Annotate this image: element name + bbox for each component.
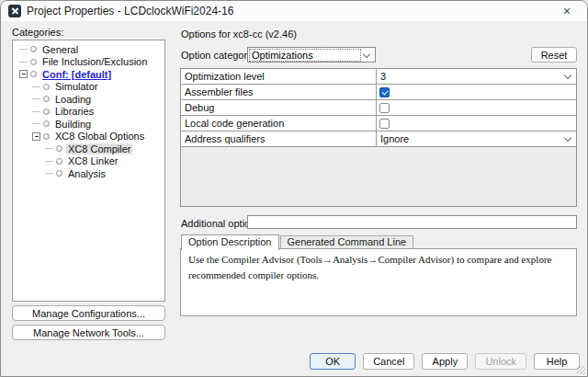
category-bullet-icon (43, 133, 50, 140)
tree-item-label: XC8 Compiler (66, 143, 132, 154)
tree-connector (45, 148, 53, 149)
tree-connector (32, 98, 40, 99)
check-icon (382, 88, 389, 95)
tree-item-xc8-global-options[interactable]: XC8 Global Options (13, 131, 164, 143)
chevron-down-icon (363, 50, 370, 57)
select-value: 3 (380, 71, 561, 82)
category-bullet-icon (56, 170, 62, 177)
tree-item-label: General (40, 44, 80, 55)
tree-connector (45, 161, 53, 162)
chevron-down-icon (564, 134, 571, 142)
option-label: Optimization level (181, 69, 376, 84)
options-table: Optimization level3Assembler filesDebugL… (180, 68, 577, 207)
tree-item-label: Building (53, 119, 93, 130)
categories-label: Categories: (12, 27, 63, 38)
debug-checkbox[interactable] (379, 103, 390, 113)
additional-options-input[interactable] (247, 215, 577, 229)
chevron-down-icon (564, 72, 571, 79)
option-categories-value: Optimizations (250, 50, 360, 61)
manage-network-tools-button[interactable]: Manage Network Tools... (12, 325, 165, 340)
category-bullet-icon (43, 84, 50, 90)
titlebar[interactable]: Project Properties - LCDclockWiFi2024-16… (1, 1, 587, 21)
tabs: Option DescriptionGenerated Command Line (181, 234, 576, 249)
option-label: Address qualifiers (181, 131, 376, 146)
local-code-generation-checkbox[interactable] (379, 119, 390, 129)
option-value-cell: 3 (376, 69, 576, 84)
collapse-toggle-icon[interactable] (32, 132, 40, 141)
option-label: Assembler files (181, 85, 376, 99)
tree-item-analysis[interactable]: Analysis (13, 167, 164, 180)
cancel-button[interactable]: Cancel (363, 353, 414, 370)
tree-item-conf-default[interactable]: Conf: [default] (13, 68, 164, 81)
option-value-cell (376, 100, 576, 115)
category-bullet-icon (56, 158, 62, 165)
tree-item-label: XC8 Global Options (53, 131, 146, 142)
category-bullet-icon (30, 46, 37, 52)
category-bullet-icon (43, 96, 50, 102)
unlock-button[interactable]: Unlock (475, 353, 526, 370)
assembler-files-checkbox[interactable] (379, 87, 390, 97)
project-properties-dialog: Project Properties - LCDclockWiFi2024-16… (0, 0, 588, 377)
tree-item-label: XC8 Linker (66, 155, 119, 166)
tree-connector (32, 86, 40, 87)
tree-item-label: Conf: [default] (40, 69, 113, 80)
tab-option-description[interactable]: Option Description (181, 234, 279, 250)
tree-connector (45, 173, 53, 174)
tree-connector (32, 111, 40, 112)
option-row-assembler-files: Assembler files (181, 85, 576, 100)
category-bullet-icon (56, 145, 62, 152)
reset-button[interactable]: Reset (531, 47, 577, 63)
tree-connector (19, 49, 28, 50)
tree-item-label: Simulator (53, 81, 99, 92)
close-button[interactable]: × (547, 1, 587, 21)
category-bullet-icon (30, 71, 37, 77)
resize-grip[interactable] (577, 366, 585, 374)
option-value-cell (376, 116, 576, 131)
option-label: Debug (181, 100, 376, 115)
collapse-toggle-icon[interactable] (19, 70, 28, 78)
tree-item-xc8-linker[interactable]: XC8 Linker (13, 155, 164, 168)
tree-item-file-inclusion-exclusion[interactable]: File Inclusion/Exclusion (13, 56, 164, 69)
tree-item-general[interactable]: General (13, 43, 164, 56)
category-bullet-icon (30, 59, 37, 65)
tree-connector (32, 123, 40, 124)
tree-item-label: Libraries (53, 106, 96, 117)
ok-button[interactable]: OK (310, 353, 356, 370)
option-label: Local code generation (181, 116, 376, 131)
tree-item-label: Loading (53, 94, 93, 105)
tree-item-loading[interactable]: Loading (13, 93, 164, 106)
option-row-local-code-generation: Local code generation (181, 116, 576, 131)
tree-item-building[interactable]: Building (13, 118, 164, 131)
option-value-cell (376, 85, 576, 99)
tree-item-libraries[interactable]: Libraries (13, 106, 164, 119)
close-icon: × (563, 5, 571, 17)
category-bullet-icon (43, 120, 50, 127)
select-value: Ignore (380, 133, 561, 144)
tree-item-label: File Inclusion/Exclusion (40, 56, 149, 67)
categories-tree: GeneralFile Inclusion/ExclusionConf: [de… (12, 40, 165, 302)
option-description-text: Use the Compiler Advisor (Tools→Analysis… (188, 252, 569, 283)
address-qualifiers-select[interactable]: Ignore (377, 131, 576, 146)
help-button[interactable]: Help (534, 353, 580, 370)
mplab-app-icon (8, 5, 21, 17)
tree-connector (19, 62, 28, 63)
manage-configurations-button[interactable]: Manage Configurations... (12, 305, 165, 321)
category-bullet-icon (43, 109, 50, 115)
tree-item-xc8-compiler[interactable]: XC8 Compiler (13, 143, 164, 155)
option-categories-select[interactable]: Optimizations (247, 47, 376, 63)
option-value-cell: Ignore (376, 131, 576, 146)
options-header: Options for xc8-cc (v2.46) (181, 29, 297, 40)
option-description-panel: Use the Compiler Advisor (Tools→Analysis… (180, 248, 577, 316)
option-row-optimization-level: Optimization level3 (181, 69, 576, 85)
tree-item-simulator[interactable]: Simulator (13, 81, 164, 94)
tree-item-label: Analysis (66, 168, 107, 179)
window-title: Project Properties - LCDclockWiFi2024-16 (27, 5, 233, 17)
option-row-debug: Debug (181, 100, 576, 116)
apply-button[interactable]: Apply (422, 353, 468, 370)
tab-generated-command-line[interactable]: Generated Command Line (280, 235, 414, 249)
option-row-address-qualifiers: Address qualifiersIgnore (181, 131, 576, 147)
footer-buttons: OKCancelApplyUnlockHelp (310, 353, 580, 370)
optimization-level-select[interactable]: 3 (377, 69, 576, 84)
options-table-rows: Optimization level3Assembler filesDebugL… (181, 69, 576, 147)
